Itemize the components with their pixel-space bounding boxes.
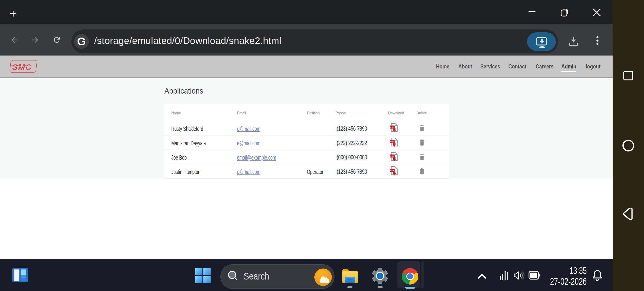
svg-text:SMC: SMC <box>12 62 32 71</box>
